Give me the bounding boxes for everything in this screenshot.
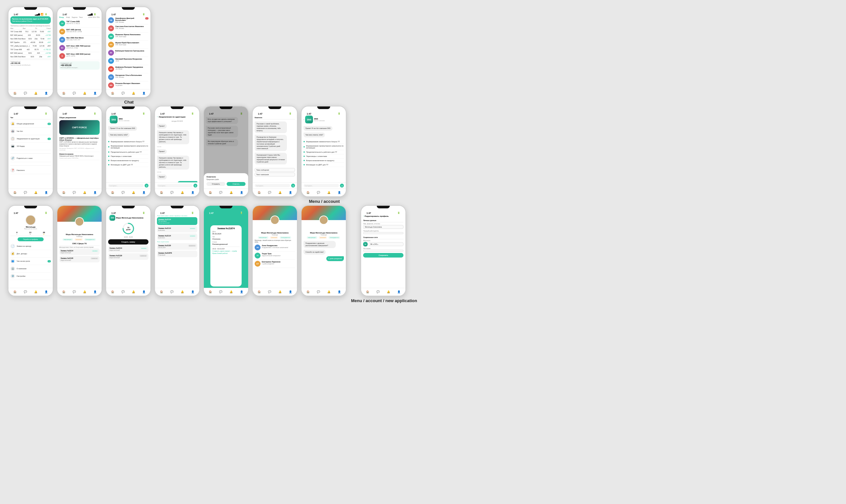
nav-home-m7[interactable]: 🏠 (305, 190, 311, 195)
old-app-1[interactable]: Заявка №2120 26.05.2024 выполнен (157, 243, 197, 250)
nav-home-m5[interactable]: 🏠 (208, 190, 213, 195)
nav-chat-2[interactable]: 💬 (72, 91, 77, 96)
back-adapt[interactable]: ‹ (157, 115, 158, 118)
nav-home-2[interactable]: 🏠 (61, 91, 67, 96)
nav-user-a6[interactable]: 👤 (288, 289, 293, 295)
nav-bell-a4[interactable]: 🔔 (180, 289, 185, 295)
hak-input[interactable]: Сообщение... (255, 184, 290, 187)
menu-chatbot[interactable]: 🤖 Чат-бот (11, 128, 51, 135)
nav-home-m1[interactable]: 🏠 (12, 190, 18, 195)
contact-9[interactable]: МФ Рязанов Филарет Иванович Та должен (108, 82, 148, 90)
back-chatbot2[interactable]: ‹ (304, 119, 304, 121)
nav-user-a2[interactable]: 👤 (92, 289, 98, 295)
nav-chat-a4[interactable]: 💬 (169, 289, 175, 295)
nav-chat[interactable]: 💬 (23, 91, 28, 96)
dialog-confirm[interactable]: Ответить (227, 182, 246, 186)
nav-home-m4[interactable]: 🏠 (159, 190, 164, 195)
chat-item-1[interactable]: СН ТНГ Стеки АКБ е52 49.70 +1 782.22 (59, 20, 100, 28)
nav-home-a2[interactable]: 🏠 (61, 289, 67, 295)
nav-home[interactable]: 🏠 (12, 91, 18, 96)
contact-4[interactable]: КЮ Жуков Юрий Ярославович СМС Краснодар (108, 41, 148, 49)
nav-chat-a8[interactable]: 💬 (376, 289, 381, 295)
nav-home-m2[interactable]: 🏠 (61, 190, 67, 195)
nav-user-m6[interactable]: 👤 (288, 190, 293, 195)
menu-settings[interactable]: ⚙️ Настройки (11, 272, 51, 280)
nav-home-a4[interactable]: 🏠 (159, 289, 164, 295)
nav-home-m6[interactable]: 🏠 (257, 190, 262, 195)
create-app-btn[interactable]: Создать заявку (108, 239, 148, 245)
nav-chat-m3[interactable]: 💬 (121, 190, 126, 195)
nav-bell-a7[interactable]: 🔔 (326, 289, 331, 295)
nav-chat-3[interactable]: 💬 (121, 91, 126, 96)
menu-help[interactable]: ❓ Накопило (11, 167, 51, 174)
hak-input-2[interactable]: Текст написания (255, 173, 295, 177)
nav-bell-m3[interactable]: 🔔 (131, 190, 136, 195)
chatbot2-input[interactable]: Сообщение... (304, 184, 339, 187)
nav-home-a1[interactable]: 🏠 (12, 289, 18, 295)
nav-bell-a3[interactable]: 🔔 (131, 289, 136, 295)
nav-chat-m1[interactable]: 💬 (23, 190, 28, 195)
hak-send[interactable]: ➤ (291, 184, 295, 187)
notif-item-1[interactable]: CNPT и UFORCE — официальные партнёры Urb… (59, 136, 100, 152)
nav-bell-2[interactable]: 🔔 (82, 91, 87, 96)
menu-company[interactable]: 🏢 О компании (11, 265, 51, 272)
menu-qr[interactable]: 📷 ЭЭ Кодер (11, 143, 51, 150)
nav-bell-a6[interactable]: 🔔 (277, 289, 283, 295)
msg-user-1[interactable]: АН Анна Кандрасова Поздравляем с отличны… (255, 244, 295, 252)
nav-user-m4[interactable]: 👤 (190, 190, 195, 195)
contact-8[interactable]: ОО Овчаренко Ольга Батальевна СМС Москва (108, 73, 148, 82)
nav-bell-m1[interactable]: 🔔 (33, 190, 38, 195)
nav-user-m2[interactable]: 👤 (92, 190, 98, 195)
nav-user-a7[interactable]: 👤 (337, 289, 342, 295)
bot2-option-5[interactable]: Вопросознакомления по продукту (304, 159, 344, 163)
nav-user-a8[interactable]: 👤 (396, 289, 401, 295)
go-profile-btn[interactable]: Перейти в профиль (18, 237, 43, 241)
nav-user-3[interactable]: 👤 (141, 91, 146, 96)
nav-home-a3[interactable]: 🏠 (110, 289, 115, 295)
msg-user-2[interactable]: ТТ Тоцки Трек педагогический специалист (255, 252, 295, 260)
nav-bell-m5[interactable]: 🔔 (229, 190, 234, 195)
other-app-2[interactable]: Заявка №2114 выполнен активно (157, 233, 197, 240)
nav-chat-a3[interactable]: 💬 (121, 289, 126, 295)
chatbot-input[interactable]: Сообщение... (108, 184, 144, 187)
contact-5[interactable]: БК Бабинцев Камилла Григорьевна 5 (108, 49, 148, 57)
nav-bell-m2[interactable]: 🔔 (82, 190, 87, 195)
nav-home-a5[interactable]: 🏠 (208, 289, 213, 295)
nav-bell[interactable]: 🔔 (33, 91, 38, 96)
menu-applications[interactable]: 📄 Заявки на аренду (11, 242, 51, 250)
contact-7[interactable]: ШВ Шафиков Валерия Зарудиевна +60 08038 (108, 65, 148, 73)
edit-insta-input[interactable] (363, 250, 403, 252)
nav-bell-m4[interactable]: 🔔 (180, 190, 185, 195)
bot-option-4[interactable]: Переговоры с клиентами (108, 154, 148, 159)
hak-input-1[interactable]: Тема сообщения (255, 168, 295, 172)
nav-chat-m6[interactable]: 💬 (267, 190, 272, 195)
old-app-2[interactable]: Заявка №21876 Плановый (157, 251, 197, 257)
nav-chat-a1[interactable]: 💬 (23, 289, 28, 295)
save-profile-btn[interactable]: Сохранить (363, 253, 403, 257)
nav-bell-m6[interactable]: 🔔 (277, 190, 283, 195)
nav-user-m3[interactable]: 👤 (141, 190, 146, 195)
bot-option-1[interactable]: Формирование ежемесячного бонуса ТТ (108, 140, 148, 144)
nav-chat-m5[interactable]: 💬 (218, 190, 223, 195)
chat-item-2[interactable]: БА BAT АКБ (автен) SOS 625 84.50 +14799 (59, 28, 100, 36)
chat-item-4[interactable]: БА BAT Ulcer АКБ 7900 (автен) е43 24.10 … (59, 44, 100, 52)
nav-bell-m7[interactable]: 🔔 (326, 190, 331, 195)
nav-chat-m7[interactable]: 💬 (316, 190, 321, 195)
nav-user-a3[interactable]: 👤 (141, 289, 146, 295)
nav-home-a7[interactable]: 🏠 (305, 289, 311, 295)
notif-item-2[interactable]: Новости канала Официальный проект FRESH … (59, 152, 100, 161)
adapt-input[interactable]: Сообщение... (157, 184, 193, 187)
chat-item-5[interactable]: Б BAT Ulcer АКБ 5000 (автен) е2 67 +147% (59, 52, 100, 60)
bot2-option-6[interactable]: Мотивации по ДМТ для ТТ (304, 163, 344, 167)
bot2-option-1[interactable]: Формирование ежемесячного бонуса ТТ (304, 140, 344, 144)
bot2-option-3[interactable]: Продолжительность рабочего дня ТТ (304, 150, 344, 154)
nav-user-m1[interactable]: 👤 (43, 190, 49, 195)
bot-option-6[interactable]: Мотивации по ДМТ для ТТ (108, 163, 148, 167)
nav-home-3[interactable]: 🏠 (110, 91, 115, 96)
nav-home-m3[interactable]: 🏠 (110, 190, 115, 195)
other-app-1[interactable]: Заявка №2114 выполнен активно (157, 226, 197, 232)
menu-adaptation[interactable]: 📋 Уведомления по адаптации 4 (11, 135, 51, 143)
bot-option-2[interactable]: Формирование промоутерного результата по… (108, 144, 148, 150)
nav-home-a6[interactable]: 🏠 (257, 289, 262, 295)
menu-income[interactable]: 💰 Доп. доходы (11, 250, 51, 257)
